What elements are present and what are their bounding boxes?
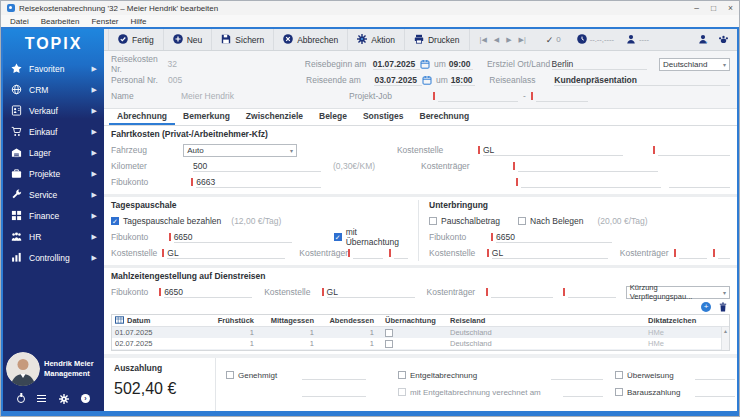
sidebar-item-einkauf[interactable]: Einkauf ▶	[3, 121, 104, 142]
tab-berechnung[interactable]: Berechnung	[412, 109, 478, 125]
col-mittagessen[interactable]: Mittagessen	[262, 316, 322, 325]
ueberweisung-checkbox[interactable]	[615, 371, 623, 379]
pauschalbetrag-checkbox[interactable]	[429, 217, 437, 225]
kostentraeger-field-2[interactable]	[516, 176, 661, 188]
fahrzeug-select[interactable]: Auto ▾	[183, 144, 297, 157]
assign-person-icon[interactable]	[698, 34, 708, 46]
fertig-button[interactable]: Fertig	[108, 29, 164, 50]
reiseende-time-field[interactable]: 18:00	[451, 74, 475, 86]
genehmigt-field[interactable]	[302, 370, 366, 380]
calendar-icon[interactable]	[422, 75, 433, 85]
menu-bearbeiten[interactable]: Bearbeiten	[35, 17, 86, 26]
kostentraeger-field-2[interactable]	[713, 247, 730, 259]
projekt-field[interactable]	[433, 90, 518, 102]
drucken-button[interactable]: Drucken	[405, 29, 470, 50]
fibukonto-field[interactable]: 6663	[191, 176, 321, 188]
sichern-button[interactable]: Sichern	[212, 29, 274, 50]
col-datum[interactable]: Datum	[127, 316, 150, 325]
table-row[interactable]: 03.07.2025 1 Deutschland HMe	[112, 349, 729, 351]
kostenstelle-extra-field[interactable]	[653, 144, 730, 156]
sidebar-item-favoriten[interactable]: Favoriten ▶	[3, 58, 104, 79]
abbrechen-button[interactable]: Abbrechen	[274, 29, 348, 50]
barauszahlung-field[interactable]	[695, 387, 735, 397]
verrechnet-field[interactable]	[563, 387, 603, 397]
land-select[interactable]: Deutschland ▾	[659, 58, 730, 71]
reiseanlass-field[interactable]: Kundenpräsentation	[554, 74, 730, 86]
add-row-button[interactable]: +	[701, 302, 711, 312]
barauszahlung-option[interactable]: Barauszahlung	[615, 387, 735, 397]
nach-belegen-checkbox[interactable]	[518, 217, 526, 225]
close-icon[interactable]: ×	[728, 3, 733, 13]
kostentraeger-field[interactable]	[486, 286, 553, 298]
minimize-icon[interactable]: –	[694, 3, 699, 13]
reisebeginn-date-field[interactable]: 01.07.2025	[373, 58, 420, 70]
uebernachtung-checkbox[interactable]	[385, 340, 393, 348]
fibukonto-field[interactable]: 6650	[159, 286, 252, 298]
next-record-icon[interactable]: ▶	[506, 36, 511, 44]
tab-sonstiges[interactable]: Sonstiges	[355, 109, 412, 125]
tab-zwischenziele[interactable]: Zwischenziele	[238, 109, 311, 125]
verrechnet-checkbox[interactable]	[398, 388, 406, 396]
neu-button[interactable]: Neu	[164, 29, 213, 50]
ueberweisung-option[interactable]: Überweisung	[615, 370, 735, 380]
table-scrollbar[interactable]: ▲	[721, 327, 729, 350]
entgeltabrechnung-option[interactable]: Entgeltabrechnung	[398, 370, 603, 380]
sidebar-item-hr[interactable]: HR ▶	[3, 226, 104, 247]
prev-record-icon[interactable]: ◀	[494, 36, 499, 44]
genehmigt-option[interactable]: Genehmigt	[226, 370, 366, 380]
gear-icon[interactable]	[59, 390, 69, 408]
sidebar-item-service[interactable]: Service ▶	[3, 184, 104, 205]
col-uebernachtung[interactable]: Übernachtung	[382, 316, 446, 325]
job-field[interactable]	[531, 90, 588, 102]
kuerzung-select[interactable]: Kürzung Verpflegungspau... ▾	[626, 286, 730, 299]
sidebar-item-projekte[interactable]: Projekte ▶	[3, 163, 104, 184]
kostentraeger-field[interactable]	[674, 247, 707, 259]
sidebar-item-crm[interactable]: CRM ▶	[3, 79, 104, 100]
kostentraeger-field-2[interactable]	[389, 247, 408, 259]
erstziel-ort-field[interactable]: Berlin	[552, 58, 647, 70]
user-stamp-button[interactable]: ----	[620, 34, 655, 46]
scroll-up-icon[interactable]: ▲	[723, 328, 728, 350]
entgeltabrechnung-checkbox[interactable]	[398, 371, 406, 379]
kilometer-field[interactable]: 500	[193, 160, 321, 172]
kostentraeger-field[interactable]	[348, 247, 383, 259]
mit-uebernachtung-checkbox[interactable]	[334, 233, 342, 241]
tab-bemerkung[interactable]: Bemerkung	[175, 109, 238, 125]
tab-abrechnung[interactable]: Abrechnung	[109, 109, 175, 125]
list-menu-icon[interactable]	[37, 395, 46, 402]
sidebar-item-verkauf[interactable]: Verkauf ▶	[3, 100, 104, 121]
menu-datei[interactable]: Datei	[4, 17, 35, 26]
first-record-icon[interactable]: |◀	[480, 36, 487, 44]
tagespauschale-bezahlen-checkbox[interactable]	[111, 217, 119, 225]
sidebar-item-finance[interactable]: Finance ▶	[3, 205, 104, 226]
reiseende-date-field[interactable]: 03.07.2025	[374, 74, 421, 86]
tab-belege[interactable]: Belege	[311, 109, 355, 125]
kostentraeger-field[interactable]	[513, 160, 658, 172]
time-stamp-button[interactable]: --.--,----	[571, 34, 620, 46]
kostenstelle-field[interactable]: GL	[487, 247, 608, 259]
last-record-icon[interactable]: ▶|	[519, 36, 526, 44]
help-arrow-icon[interactable]: ›	[81, 394, 90, 403]
fibukonto-field[interactable]: 6650	[169, 231, 292, 243]
col-reiseland[interactable]: Reiseland	[446, 316, 645, 325]
kostenstelle-field[interactable]: GL	[478, 144, 623, 156]
kostenstelle-field[interactable]: GL	[322, 286, 415, 298]
calendar-icon[interactable]	[420, 59, 431, 69]
user-account[interactable]: Hendrik Meier Management	[3, 352, 104, 391]
uebernachtung-checkbox[interactable]	[385, 351, 393, 352]
extra-field[interactable]	[669, 176, 730, 188]
genehmigt-checkbox[interactable]	[226, 371, 234, 379]
sidebar-item-controlling[interactable]: Controlling ▶	[3, 247, 104, 268]
table-row[interactable]: 02.07.2025 1 1 1 Deutschland HMe	[112, 338, 729, 349]
table-row[interactable]: 01.07.2025 1 1 1 Deutschland HMe	[112, 327, 729, 338]
aktion-button[interactable]: Aktion	[348, 29, 405, 50]
kostentraeger-field-2[interactable]	[563, 286, 616, 298]
col-abendessen[interactable]: Abendessen	[322, 316, 382, 325]
reisebeginn-time-field[interactable]: 09:00	[449, 58, 473, 70]
entgeltabrechnung-field[interactable]	[551, 370, 603, 380]
menu-hilfe[interactable]: Hilfe	[125, 17, 153, 26]
uebernachtung-checkbox[interactable]	[385, 329, 393, 337]
genehmigt-field-2[interactable]	[302, 387, 366, 397]
verrechnet-option[interactable]: mit Entgeltabrechnung verechnet am	[398, 387, 603, 397]
kostenstelle-field[interactable]: GL	[162, 247, 285, 259]
